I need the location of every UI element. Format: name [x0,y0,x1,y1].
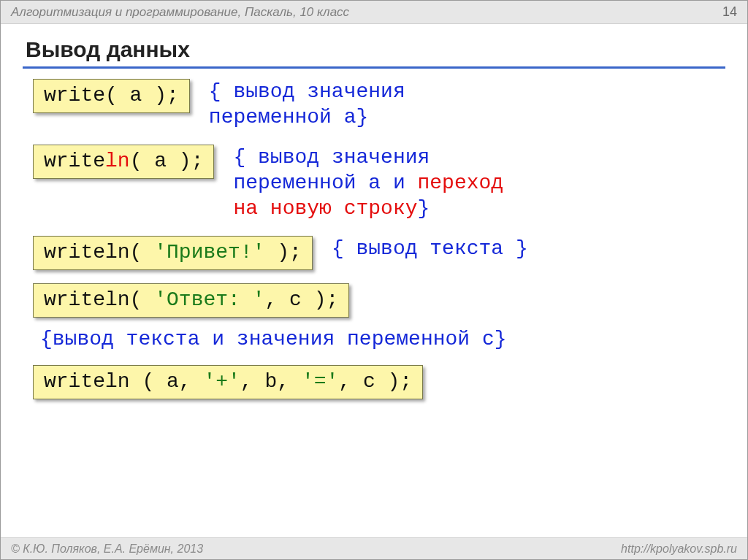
comment-2-line2: переменной a и переход [233,170,722,196]
code-post: ( a ); [130,150,204,172]
code-writeln-privet: writeln( 'Привет!' ); [33,236,313,270]
header-bar: Алгоритмизация и программирование, Паска… [1,1,747,24]
footer-bar: © К.Ю. Поляков, Е.А. Ерёмин, 2013 http:/… [1,537,747,559]
comment-2-line2a: переменной a и [233,172,417,194]
page-title: Вывод данных [1,24,747,66]
code-writeln-abc: writeln ( a, '+', b, '=', c ); [33,365,423,399]
comment-3: { вывод текста } [332,236,722,261]
code4-string: 'Ответ: ' [154,288,264,311]
code3-pre: writeln( [44,241,154,264]
comment-1: { вывод значения переменной a} [209,79,722,130]
code4-post: , c ); [264,288,338,311]
code-ln-highlight: ln [105,150,130,172]
comment-2-line1: { вывод значения [233,145,722,170]
code5-s2: '=' [302,370,338,393]
content-area: write( a ); { вывод значения переменной … [1,79,747,399]
example-row-4: writeln( 'Ответ: ', c ); [33,283,722,318]
code-write: write( a ); [33,79,190,113]
comment-2: { вывод значения переменной a и переход … [233,145,722,221]
code3-string: 'Привет!' [154,241,264,264]
comment-2-line3-red: на новую строку [233,197,417,220]
comment-2-line3-brace: } [418,197,430,220]
comment-2-line2-red: переход [418,172,504,194]
page-number: 14 [722,4,737,20]
comment-4: {вывод текста и значения переменной c} [33,323,722,365]
code5-a: writeln ( a, [44,370,203,393]
copyright-text: © К.Ю. Поляков, Е.А. Ерёмин, 2013 [11,542,203,556]
code-writeln-otvet: writeln( 'Ответ: ', c ); [33,283,349,318]
comment-1-line2: переменной a} [209,104,722,130]
code-writeln-a: writeln( a ); [33,145,214,179]
title-rule [23,66,725,69]
code3-post: ); [264,241,301,264]
comment-1-line1: { вывод значения [209,79,722,104]
code4-pre: writeln( [44,288,154,311]
footer-url: http://kpolyakov.spb.ru [621,542,737,556]
code5-c: , c ); [338,370,412,393]
slide: Алгоритмизация и программирование, Паска… [0,0,748,560]
code5-b: , b, [240,370,302,393]
code-pre: write [44,150,105,172]
code5-s1: '+' [203,370,240,393]
comment-2-line3: на новую строку} [233,196,722,221]
example-row-2: writeln( a ); { вывод значения переменно… [33,145,722,221]
subject-text: Алгоритмизация и программирование, Паска… [11,5,349,20]
example-row-1: write( a ); { вывод значения переменной … [33,79,722,130]
example-row-5: writeln ( a, '+', b, '=', c ); [33,365,722,399]
example-row-3: writeln( 'Привет!' ); { вывод текста } [33,236,722,270]
